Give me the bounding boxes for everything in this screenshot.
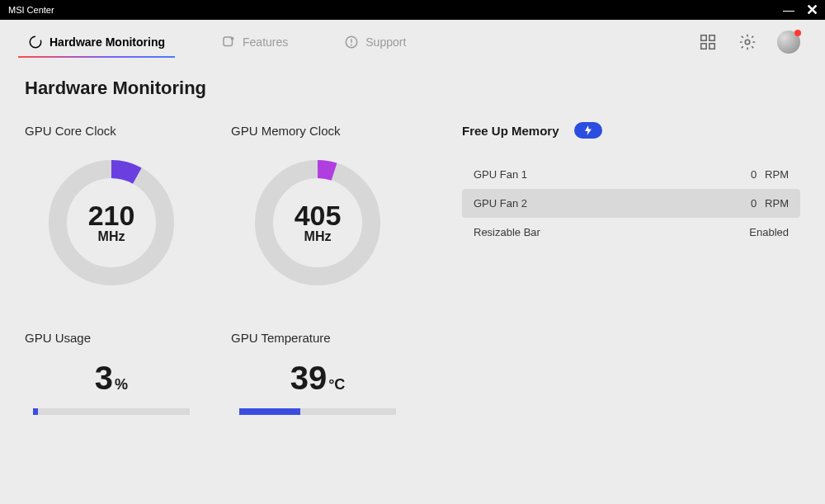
metric-unit: °C xyxy=(328,376,345,393)
metric-label: GPU Temperature xyxy=(231,331,404,345)
gpu-core-clock-gauge: GPU Core Clock 210 MHz xyxy=(25,124,198,293)
tab-features[interactable]: Features xyxy=(218,28,291,56)
free-up-memory: Free Up Memory xyxy=(462,122,800,139)
status-value: 0RPM xyxy=(751,168,789,181)
apps-icon[interactable] xyxy=(698,32,718,52)
gauge-value: 405 xyxy=(295,201,342,229)
monitoring-icon xyxy=(28,35,43,49)
features-icon xyxy=(221,35,236,49)
title-bar: MSI Center — ✕ xyxy=(0,0,825,20)
svg-rect-9 xyxy=(710,44,714,49)
status-value: Enabled xyxy=(749,226,789,238)
tab-label: Hardware Monitoring xyxy=(50,35,165,49)
gauge-unit: MHz xyxy=(98,229,125,244)
window-controls: — ✕ xyxy=(783,1,818,19)
tab-hardware-monitoring[interactable]: Hardware Monitoring xyxy=(25,28,168,56)
svg-rect-6 xyxy=(701,35,706,40)
svg-rect-8 xyxy=(701,44,706,49)
tab-bar: Hardware Monitoring Features Support xyxy=(0,20,825,56)
status-row: GPU Fan 10RPM xyxy=(462,160,800,189)
free-up-button[interactable] xyxy=(574,122,602,139)
status-row: Resizable BarEnabled xyxy=(462,218,800,247)
close-button[interactable]: ✕ xyxy=(806,1,818,19)
header-actions xyxy=(698,31,800,54)
minimize-button[interactable]: — xyxy=(783,3,794,16)
gauge-unit: MHz xyxy=(304,229,332,244)
metric-label: GPU Usage xyxy=(25,331,198,345)
gauge-label: GPU Memory Clock xyxy=(231,124,404,138)
support-icon xyxy=(344,35,359,49)
svg-point-2 xyxy=(231,37,234,40)
gpu-usage-metric: GPU Usage 3 % xyxy=(25,331,198,415)
tab-label: Features xyxy=(243,35,288,49)
metric-unit: % xyxy=(115,376,128,393)
gpu-usage-bar xyxy=(33,408,190,415)
tab-label: Support xyxy=(365,35,406,49)
gpu-temperature-metric: GPU Temperature 39 °C xyxy=(231,331,404,415)
status-name: GPU Fan 2 xyxy=(474,197,527,210)
lightning-icon xyxy=(584,125,592,135)
gpu-memory-clock-gauge: GPU Memory Clock 405 MHz xyxy=(231,124,404,293)
svg-point-5 xyxy=(351,44,352,45)
status-row: GPU Fan 20RPM xyxy=(462,189,800,218)
gauge-label: GPU Core Clock xyxy=(25,124,198,138)
metric-value: 39 xyxy=(290,360,328,397)
window-title: MSI Center xyxy=(8,5,54,15)
svg-rect-7 xyxy=(710,35,714,40)
tab-support[interactable]: Support xyxy=(341,28,409,56)
svg-point-10 xyxy=(745,40,750,45)
status-value: 0RPM xyxy=(751,197,789,210)
status-list: GPU Fan 10RPMGPU Fan 20RPMResizable BarE… xyxy=(462,160,800,247)
page-title: Hardware Monitoring xyxy=(25,78,437,99)
status-name: Resizable Bar xyxy=(474,226,540,238)
gauge-value: 210 xyxy=(88,201,135,229)
status-name: GPU Fan 1 xyxy=(474,168,527,181)
free-up-label: Free Up Memory xyxy=(462,124,559,138)
settings-icon[interactable] xyxy=(738,32,757,52)
metric-value: 3 xyxy=(95,360,113,397)
gpu-temp-bar xyxy=(239,408,396,415)
user-avatar[interactable] xyxy=(777,31,800,54)
